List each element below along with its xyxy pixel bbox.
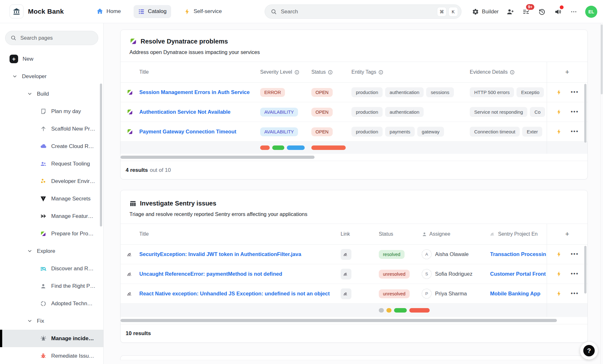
horizontal-scrollbar-thumb[interactable] <box>121 156 315 159</box>
sidebar-section-fix[interactable]: Fix <box>0 312 103 330</box>
tasks-button[interactable]: 9+ <box>522 7 530 16</box>
info-icon[interactable] <box>328 70 333 75</box>
status-badge: OPEN <box>311 108 333 117</box>
item-label: Developer Envir… <box>51 178 95 185</box>
info-icon[interactable] <box>510 70 515 75</box>
item-label: Request Tooling <box>51 161 90 167</box>
evidence-chip: Co <box>530 107 545 117</box>
table-header: Title Severity Level Status Entity Tags … <box>121 62 587 83</box>
help-button[interactable]: ? <box>580 342 598 360</box>
row-menu-button[interactable]: ••• <box>571 251 579 258</box>
card-title: Resolve Dynatrace problems <box>141 38 228 45</box>
column-sentry-project: Sentry Project En <box>490 231 547 237</box>
run-action-button[interactable] <box>556 129 562 135</box>
item-label: Scaffold New Pr… <box>51 126 95 132</box>
sentry-link-button[interactable] <box>341 288 351 299</box>
assignee-cell: A Aisha Olawale <box>422 249 490 259</box>
row-menu-button[interactable]: ••• <box>571 271 579 277</box>
sidebar-item-plan-my-day[interactable]: Plan my day <box>0 103 103 120</box>
page-scrollbar[interactable] <box>600 23 603 364</box>
tab-home[interactable]: Home <box>92 5 125 18</box>
assignee-avatar: S <box>422 269 432 279</box>
history-button[interactable] <box>537 7 546 16</box>
more-menu-button[interactable] <box>569 7 578 16</box>
invite-user-button[interactable] <box>506 7 515 16</box>
sentry-project-link[interactable]: Transaction Processin <box>490 251 547 257</box>
sidebar-section-build[interactable]: Build <box>0 85 103 103</box>
run-action-button[interactable] <box>556 89 562 95</box>
table-horizontal-scroll <box>121 154 587 161</box>
run-action-button[interactable] <box>556 291 562 297</box>
next-card-edge <box>120 355 588 360</box>
info-icon[interactable] <box>378 70 383 75</box>
sidebar-item-developer-environments[interactable]: Developer Envir… <box>0 172 103 190</box>
dynatrace-icon <box>121 89 139 96</box>
home-icon <box>96 8 103 15</box>
sidebar-item-manage-features[interactable]: Manage Featur… <box>0 207 103 225</box>
k-key-badge: K <box>448 7 458 17</box>
sidebar-item-scaffold-new[interactable]: Scaffold New Pr… <box>0 120 103 138</box>
add-column-button[interactable]: + <box>547 224 587 244</box>
sidebar-item-remediate-issues[interactable]: Remediate Issu… <box>0 347 103 364</box>
person-add-icon <box>506 8 514 16</box>
table-row: React Native exception: Unhandled JS Exc… <box>121 284 587 304</box>
page-scrollbar-thumb[interactable] <box>601 24 603 94</box>
new-page-button[interactable]: + New <box>0 50 103 68</box>
sidebar-item-manage-incidents[interactable]: Manage incide… <box>0 330 103 347</box>
problem-title-link[interactable]: Payment Gateway Connection Timeout <box>139 129 260 135</box>
row-menu-button[interactable]: ••• <box>571 290 579 297</box>
row-menu-button[interactable]: ••• <box>571 89 579 96</box>
table-columns-icon <box>129 200 136 207</box>
section-label: Build <box>37 91 49 97</box>
results-footer: 4 results out of 10 <box>121 161 587 179</box>
sidebar-search-input[interactable]: Search pages <box>5 31 98 45</box>
row-menu-button[interactable]: ••• <box>571 128 579 135</box>
horizontal-scrollbar-thumb[interactable] <box>121 319 557 322</box>
sidebar-item-find-right[interactable]: Find the Right P… <box>0 277 103 295</box>
cmd-key-badge: ⌘ <box>437 7 447 17</box>
announcements-button[interactable] <box>553 7 562 16</box>
column-link: Link <box>341 231 379 237</box>
builder-button[interactable]: Builder <box>472 8 499 15</box>
problem-title-link[interactable]: Session Management Errors in Auth Servic… <box>139 89 260 95</box>
problem-title-link[interactable]: Authentication Service Not Available <box>139 109 260 115</box>
sidebar-item-request-tooling[interactable]: Request Tooling <box>0 155 103 172</box>
sidebar-item-create-cloud[interactable]: Create Cloud R… <box>0 138 103 155</box>
sidebar-item-manage-secrets[interactable]: Manage Secrets <box>0 190 103 207</box>
item-label: Manage Featur… <box>51 213 93 219</box>
sidebar-search-placeholder: Search pages <box>20 35 53 41</box>
sentry-link-button[interactable] <box>341 249 351 260</box>
status-badge: resolved <box>379 250 405 259</box>
sidebar-section-explore[interactable]: Explore <box>0 242 103 260</box>
table-vertical-scrollbar[interactable] <box>584 246 586 293</box>
sidebar-scrollbar[interactable] <box>100 84 102 226</box>
top-navbar: Mock Bank Home Catalog Self-service Sear… <box>0 0 603 23</box>
section-label: Fix <box>37 318 44 324</box>
issue-title-link[interactable]: Uncaught ReferenceError: paymentMethod i… <box>139 271 341 277</box>
add-column-button[interactable]: + <box>547 62 587 82</box>
sidebar-section-developer[interactable]: Developer <box>0 68 103 85</box>
sidebar-item-discover[interactable]: Discover and R… <box>0 260 103 277</box>
tab-self-service[interactable]: Self-service <box>179 5 226 18</box>
run-action-button[interactable] <box>556 251 562 257</box>
tab-catalog[interactable]: Catalog <box>134 5 171 18</box>
run-action-button[interactable] <box>556 271 562 277</box>
global-search-input[interactable]: Search ⌘ K <box>265 4 461 19</box>
history-icon <box>538 8 546 16</box>
brand-logo[interactable] <box>10 4 24 18</box>
sentry-project-link[interactable]: Customer Portal Front <box>490 271 547 277</box>
row-menu-button[interactable]: ••• <box>571 109 579 115</box>
issue-title-link[interactable]: React Native exception: Unhandled JS Exc… <box>139 291 341 297</box>
dynatrace-icon <box>121 109 139 115</box>
issue-title-link[interactable]: SecurityException: Invalid JWT token in … <box>139 251 341 257</box>
run-action-button[interactable] <box>556 109 562 115</box>
sentry-link-button[interactable] <box>341 269 351 280</box>
sidebar-item-prepare-production[interactable]: Prepare for Pro… <box>0 225 103 242</box>
column-evidence: Evidence Details <box>470 69 547 75</box>
sidebar-item-adopted-tech[interactable]: Adopted Techn… <box>0 295 103 312</box>
table-vertical-scrollbar[interactable] <box>584 84 586 143</box>
dashed-circle-icon <box>40 300 47 307</box>
sentry-project-link[interactable]: Mobile Banking App <box>490 291 547 297</box>
info-icon[interactable] <box>295 70 299 75</box>
user-avatar[interactable]: EL <box>585 6 597 18</box>
